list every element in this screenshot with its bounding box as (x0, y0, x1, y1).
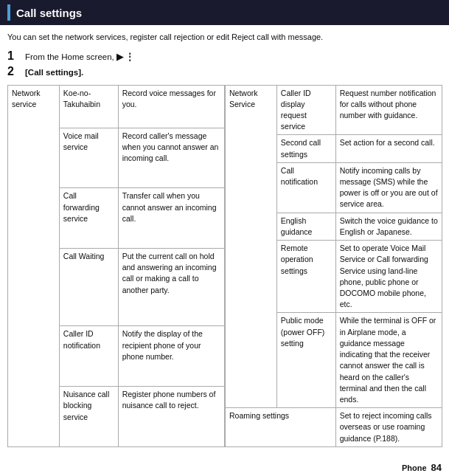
page-footer: Phone 84 (402, 462, 442, 473)
header-accent-bar (7, 4, 10, 21)
page-title: Call settings (16, 7, 82, 19)
roaming-label: Roaming settings (226, 408, 336, 447)
desc-waiting: Put the current call on hold and answeri… (118, 249, 224, 326)
desc-english: Switch the voice guidance to English or … (335, 213, 442, 240)
table-row: Network Service Caller ID display reques… (226, 85, 442, 135)
desc-callnotif: Notify incoming calls by message (SMS) w… (335, 162, 442, 213)
network-service-label: Network service (8, 85, 60, 446)
desc-callerid: Notify the display of the recipient phon… (118, 326, 224, 387)
sub-label-nuisance: Nuisance call blocking service (59, 387, 118, 447)
steps-section: 1 From the Home screen, ▶ ⋮ 2 [Call sett… (0, 48, 449, 85)
desc-roaming: Set to reject incoming calls overseas or… (335, 408, 442, 447)
left-table: Network service Koe-no-Takuhaibin Record… (7, 85, 225, 447)
desc-publicmode: While the terminal is OFF or in Airplane… (335, 313, 442, 408)
desc-remote: Set to operate Voice Mail Service or Cal… (335, 241, 442, 313)
sub-label-english: English guidance (276, 213, 335, 240)
main-content: Network service Koe-no-Takuhaibin Record… (0, 85, 449, 447)
sub-label-callnotif: Call notification (276, 162, 335, 213)
page-header: Call settings (0, 0, 449, 25)
sub-label-publicmode: Public mode (power OFF) setting (276, 313, 335, 408)
page-number: 84 (431, 462, 442, 473)
sub-label-waiting: Call Waiting (59, 249, 118, 326)
desc-secondcall: Set action for a second call. (335, 135, 442, 162)
desc-koe: Record voice messages for you. (118, 85, 224, 128)
table-row: Network service Koe-no-Takuhaibin Record… (8, 85, 225, 128)
desc-forwarding: Transfer call when you cannot answer an … (118, 188, 224, 249)
desc-voicemail: Record caller's message when you cannot … (118, 128, 224, 188)
sub-label-callerid-display: Caller ID display request service (276, 85, 335, 135)
desc-callerid-display: Request number notification for calls wi… (335, 85, 442, 135)
intro-text: You can set the network services, regist… (0, 25, 449, 48)
sub-label-koe: Koe-no-Takuhaibin (59, 85, 118, 128)
desc-nuisance: Register phone numbers of nuisance call … (118, 387, 224, 447)
sub-label-voicemail: Voice mail service (59, 128, 118, 188)
step-1: 1 From the Home screen, ▶ ⋮ (7, 49, 442, 63)
step-2: 2 [Call settings]. (7, 65, 442, 78)
sub-label-forwarding: Call forwarding service (59, 188, 118, 249)
right-table: Network Service Caller ID display reques… (225, 85, 442, 447)
footer-label: Phone (402, 463, 427, 472)
sub-label-secondcall: Second call settings (276, 135, 335, 162)
table-row-roaming: Roaming settings Set to reject incoming … (226, 408, 442, 447)
sub-label-remote: Remote operation settings (276, 241, 335, 313)
sub-label-callerid: Caller ID notification (59, 326, 118, 387)
network-service-label-right: Network Service (226, 85, 277, 408)
